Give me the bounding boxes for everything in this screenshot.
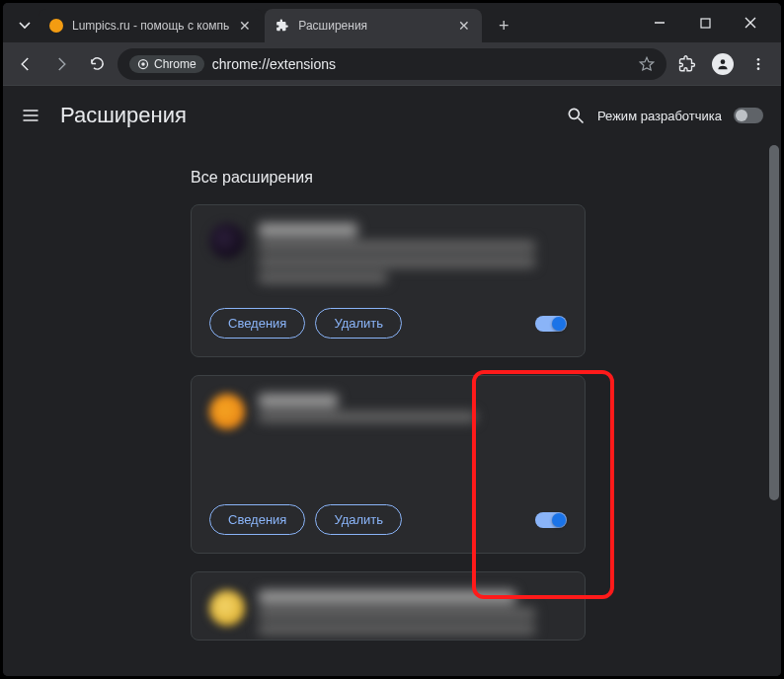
new-tab-button[interactable]: +: [490, 12, 517, 39]
address-bar[interactable]: Chrome chrome://extensions: [118, 48, 666, 80]
search-icon[interactable]: [566, 106, 586, 125]
svg-point-6: [757, 62, 760, 65]
url-chip: Chrome: [129, 55, 204, 73]
extension-card: Сведения Удалить: [191, 204, 586, 357]
svg-point-3: [141, 62, 145, 66]
extension-info-blurred: [259, 394, 476, 465]
window-controls: [637, 3, 773, 42]
url-chip-label: Chrome: [154, 58, 196, 70]
tab-close-icon[interactable]: ✕: [237, 18, 253, 34]
extension-toggle[interactable]: [535, 512, 567, 528]
puzzle-icon: [274, 18, 290, 34]
profile-icon[interactable]: [708, 49, 738, 79]
details-button[interactable]: Сведения: [209, 504, 305, 535]
extension-info-blurred: [259, 223, 535, 294]
extension-icon: [209, 223, 245, 259]
scrollbar-thumb[interactable]: [769, 145, 779, 500]
extension-card: [191, 571, 586, 641]
developer-mode-toggle[interactable]: [734, 108, 763, 123]
window-minimize-button[interactable]: [637, 3, 682, 42]
menu-icon[interactable]: [744, 49, 773, 79]
browser-tabstrip: Lumpics.ru - помощь с компь ✕ Расширения…: [3, 3, 781, 42]
scrollbar[interactable]: [767, 145, 781, 676]
extensions-icon[interactable]: [672, 49, 702, 79]
extension-icon: [209, 590, 245, 626]
tab-title: Расширения: [298, 19, 448, 33]
tab-title: Lumpics.ru - помощь с компь: [72, 19, 229, 33]
hamburger-icon[interactable]: [21, 106, 40, 125]
browser-toolbar: Chrome chrome://extensions: [3, 42, 781, 86]
extensions-list: Все расширения Сведения: [3, 145, 781, 676]
back-button[interactable]: [11, 49, 40, 79]
browser-tab-0[interactable]: Lumpics.ru - помощь с компь ✕: [39, 9, 263, 42]
page-content: Расширения Режим разработчика Все расшир…: [3, 86, 781, 676]
extension-info-blurred: [259, 590, 535, 641]
page-title: Расширения: [60, 103, 187, 128]
svg-point-5: [757, 58, 760, 61]
browser-tab-1[interactable]: Расширения ✕: [265, 9, 482, 42]
svg-point-4: [721, 59, 726, 64]
svg-line-12: [578, 118, 583, 123]
svg-rect-1: [701, 19, 710, 28]
svg-point-11: [569, 109, 579, 118]
reload-button[interactable]: [82, 49, 112, 79]
forward-button[interactable]: [46, 49, 76, 79]
tab-close-icon[interactable]: ✕: [456, 18, 472, 34]
url-text: chrome://extensions: [212, 56, 631, 72]
page-header: Расширения Режим разработчика: [3, 86, 781, 145]
extension-icon: [209, 394, 245, 429]
developer-mode-label: Режим разработчика: [597, 109, 722, 123]
window-close-button[interactable]: [728, 3, 773, 42]
bookmark-icon[interactable]: [639, 56, 655, 72]
tab-search-button[interactable]: [11, 11, 39, 38]
window-maximize-button[interactable]: [682, 3, 728, 42]
svg-point-7: [757, 67, 760, 70]
extension-toggle[interactable]: [535, 316, 567, 332]
section-title: Все расширения: [191, 169, 781, 187]
details-button[interactable]: Сведения: [209, 308, 305, 339]
extension-card: Сведения Удалить: [191, 375, 586, 554]
favicon-lumpics-icon: [48, 18, 64, 34]
remove-button[interactable]: Удалить: [315, 308, 402, 339]
remove-button[interactable]: Удалить: [315, 504, 402, 535]
